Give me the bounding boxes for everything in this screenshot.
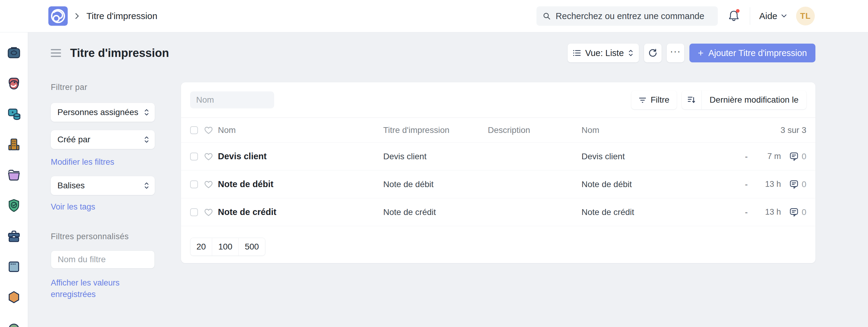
row-comment-count[interactable]: 0 xyxy=(781,208,806,217)
organization-icon[interactable] xyxy=(6,137,22,152)
row-modified-time: 13 h xyxy=(748,180,781,189)
global-search-input[interactable] xyxy=(556,11,712,21)
comment-icon xyxy=(789,152,799,161)
add-print-heading-button[interactable]: + Ajouter Titre d'impression xyxy=(689,44,815,62)
notification-dot xyxy=(736,9,740,13)
avatar[interactable]: TL xyxy=(796,7,815,25)
row-assigned-dash: - xyxy=(739,208,748,217)
sort-field-button[interactable]: Dernière modification le xyxy=(702,90,806,109)
view-selector-label: Vue: Liste xyxy=(585,48,624,58)
notifications-bell-icon[interactable] xyxy=(727,8,741,24)
name-filter-input[interactable] xyxy=(190,91,274,108)
tags-dropdown[interactable]: Balises xyxy=(51,176,155,195)
search-icon xyxy=(542,11,551,21)
row-name-link[interactable]: Note de crédit xyxy=(218,207,383,217)
support-icon[interactable] xyxy=(6,320,22,327)
row-comment-count[interactable]: 0 xyxy=(781,152,806,161)
page-size-500[interactable]: 500 xyxy=(239,238,265,255)
column-header-nom: Nom xyxy=(218,125,383,135)
favorite-heart-icon[interactable] xyxy=(204,180,218,189)
sort-field-label: Dernière modification le xyxy=(710,95,799,105)
plus-icon: + xyxy=(698,48,704,59)
custom-filters-label: Filtres personnalisés xyxy=(51,232,155,241)
sidebar-toggle-icon[interactable] xyxy=(51,49,61,57)
sort-direction-button[interactable] xyxy=(682,90,702,109)
row-name2: Note de débit xyxy=(582,180,739,189)
list-view-icon xyxy=(573,49,581,57)
select-chevrons-icon xyxy=(144,135,149,144)
main-content: Titre d'impression Vue: Liste xyxy=(28,32,868,327)
filter-icon xyxy=(639,96,647,104)
filter-button[interactable]: Filtre xyxy=(631,90,677,109)
app-window: Titre d'impression Aide xyxy=(0,0,868,327)
app-logo-icon[interactable] xyxy=(49,6,68,26)
page-title: Titre d'impression xyxy=(70,47,169,60)
row-print-heading: Devis client xyxy=(383,152,488,161)
add-button-label: Ajouter Titre d'impression xyxy=(708,48,807,58)
sort-control[interactable]: Dernière modification le xyxy=(682,90,806,109)
row-checkbox[interactable] xyxy=(190,208,198,216)
comment-count-value: 0 xyxy=(802,208,806,217)
created-by-label: Créé par xyxy=(57,135,90,144)
comment-count-value: 0 xyxy=(802,152,806,161)
edit-filters-link[interactable]: Modifier les filtres xyxy=(51,156,114,168)
show-saved-values-link[interactable]: Afficher les valeurs enregistrées xyxy=(51,277,126,300)
row-name-link[interactable]: Note de débit xyxy=(218,179,383,189)
row-name-link[interactable]: Devis client xyxy=(218,152,383,161)
page-size-100[interactable]: 100 xyxy=(212,238,239,255)
accounting-icon[interactable] xyxy=(6,45,22,60)
more-options-button[interactable]: ··· xyxy=(667,44,684,62)
row-checkbox[interactable] xyxy=(190,181,198,188)
favorite-heart-icon[interactable] xyxy=(204,152,218,161)
page-size-selector: 20 100 500 xyxy=(190,238,266,256)
list-header-row: Nom Titre d'impression Description Nom 3… xyxy=(181,118,815,143)
filter-name-input[interactable] xyxy=(51,250,155,269)
filter-sidebar: Filtrer par Personnes assignées Créé par… xyxy=(51,74,155,300)
stock-icon[interactable] xyxy=(6,106,22,121)
select-all-checkbox[interactable] xyxy=(190,126,198,134)
filter-by-label: Filtrer par xyxy=(51,83,155,92)
workspace-icon-rail xyxy=(0,32,28,327)
list-card: Filtre xyxy=(181,82,815,263)
favorite-heart-icon[interactable] xyxy=(204,208,218,217)
breadcrumb[interactable]: Titre d'impression xyxy=(87,11,157,21)
row-modified-time: 13 h xyxy=(748,208,781,217)
select-chevrons-icon xyxy=(144,108,149,117)
tags-label: Balises xyxy=(57,181,85,190)
table-row[interactable]: Note de crédit Note de crédit Note de cr… xyxy=(181,198,815,226)
column-header-titre: Titre d'impression xyxy=(383,125,488,135)
row-name2: Devis client xyxy=(582,152,739,161)
page-size-20[interactable]: 20 xyxy=(190,238,212,255)
buying-icon[interactable] xyxy=(6,167,22,183)
assigned-to-dropdown[interactable]: Personnes assignées xyxy=(51,103,155,122)
comment-icon xyxy=(789,208,799,217)
list-toolbar: Filtre xyxy=(181,82,815,118)
quality-icon[interactable] xyxy=(6,198,22,213)
help-menu[interactable]: Aide xyxy=(759,11,787,21)
row-name2: Note de crédit xyxy=(582,208,739,217)
top-bar: Titre d'impression Aide xyxy=(0,0,868,32)
breadcrumb-chevron-icon xyxy=(74,12,81,20)
website-icon[interactable] xyxy=(6,259,22,274)
filter-button-label: Filtre xyxy=(651,95,670,105)
help-label: Aide xyxy=(759,11,777,21)
favorite-heart-icon[interactable] xyxy=(204,126,218,134)
manufacturing-icon[interactable] xyxy=(6,290,22,305)
row-assigned-dash: - xyxy=(739,180,748,189)
refresh-button[interactable] xyxy=(644,44,661,62)
table-row[interactable]: Note de débit Note de débit Note de débi… xyxy=(181,170,815,198)
selling-icon[interactable] xyxy=(6,76,22,91)
view-tags-link[interactable]: Voir les tags xyxy=(51,201,95,213)
view-selector-button[interactable]: Vue: Liste xyxy=(567,44,639,62)
comment-count-value: 0 xyxy=(802,180,806,189)
row-comment-count[interactable]: 0 xyxy=(781,180,806,189)
created-by-dropdown[interactable]: Créé par xyxy=(51,130,155,149)
sort-descending-icon xyxy=(687,96,696,104)
refresh-icon xyxy=(648,49,657,57)
chevron-down-icon xyxy=(781,14,787,18)
select-chevrons-icon xyxy=(628,49,633,57)
projects-icon[interactable] xyxy=(6,228,22,244)
row-checkbox[interactable] xyxy=(190,153,198,161)
table-row[interactable]: Devis client Devis client Devis client -… xyxy=(181,143,815,170)
global-search[interactable] xyxy=(536,6,718,26)
